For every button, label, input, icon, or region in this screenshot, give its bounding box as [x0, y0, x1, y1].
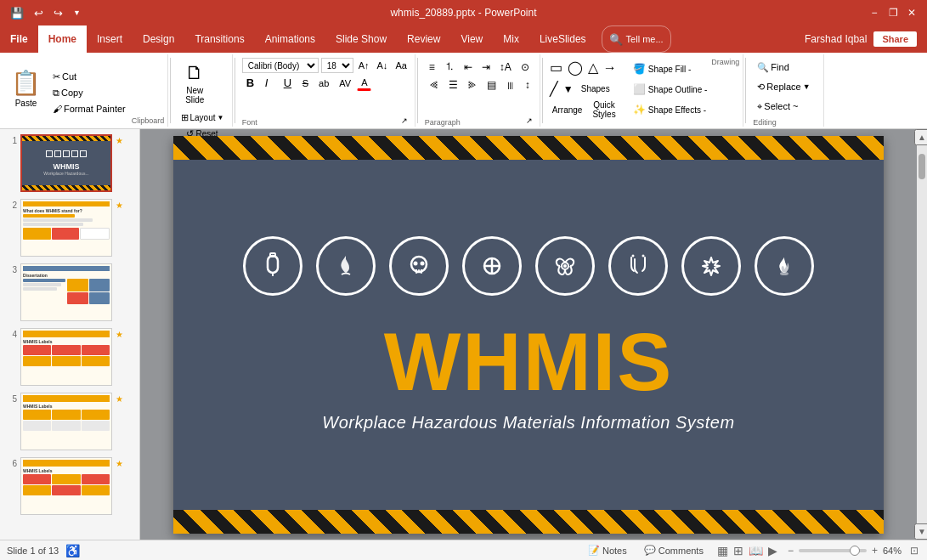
cut-button[interactable]: ✂ Cut: [48, 70, 130, 84]
find-icon: 🔍: [757, 62, 769, 73]
shape-triangle[interactable]: △: [586, 58, 600, 77]
scroll-down-button[interactable]: ▼: [914, 523, 927, 540]
slideshow-view-button[interactable]: ▶: [766, 544, 779, 557]
new-slide-button[interactable]: 🗋 NewSlide: [176, 58, 213, 109]
italic-button[interactable]: I: [261, 75, 278, 91]
hazard-icon-5: [535, 236, 595, 296]
align-right-button[interactable]: ⫸: [463, 77, 482, 93]
slide-thumb-1[interactable]: 1 WHMIS Workplace Hazardous... ★: [3, 133, 136, 194]
layout-button[interactable]: ⊞ Layout ▼: [177, 110, 229, 125]
reading-view-button[interactable]: 📖: [747, 544, 765, 557]
slide-thumb-3[interactable]: 3 Dissertation: [3, 262, 136, 323]
menu-animations[interactable]: Animations: [255, 25, 325, 53]
comments-button[interactable]: 💬 Comments: [639, 545, 709, 556]
menu-home[interactable]: Home: [38, 25, 87, 53]
shape-arrow[interactable]: →: [602, 59, 619, 77]
line-spacing-button[interactable]: ↕: [521, 77, 534, 93]
restore-button[interactable]: ❐: [885, 4, 902, 21]
normal-view-button[interactable]: ▦: [715, 544, 730, 557]
menu-insert[interactable]: Insert: [87, 25, 133, 53]
quick-styles-button[interactable]: QuickStyles: [588, 100, 619, 119]
text-direction-button[interactable]: ↕A: [495, 59, 516, 75]
decrease-font-button[interactable]: A↓: [375, 59, 391, 72]
slide-num-5: 5: [5, 393, 17, 404]
shapes-button[interactable]: Shapes: [577, 80, 614, 99]
shape-oval[interactable]: ◯: [566, 58, 585, 77]
customize-qat-button[interactable]: ▼: [70, 7, 84, 19]
zoom-slider[interactable]: [799, 549, 867, 552]
replace-button[interactable]: ⟲ Replace ▼: [753, 77, 814, 96]
clear-format-button[interactable]: Aa: [393, 59, 409, 72]
slide-sorter-button[interactable]: ⊞: [732, 544, 745, 557]
menu-review[interactable]: Review: [397, 25, 450, 53]
notes-button[interactable]: 📝 Notes: [583, 545, 632, 556]
slide-thumb-6[interactable]: 6 WHMIS Labels ★: [3, 455, 136, 517]
save-button[interactable]: 💾: [7, 5, 27, 21]
zoom-out-button[interactable]: −: [786, 545, 795, 557]
fit-slide-button[interactable]: ⊡: [908, 545, 920, 557]
font-expand-button[interactable]: ↗: [399, 115, 410, 127]
menu-mix[interactable]: Mix: [493, 25, 529, 53]
minimize-button[interactable]: −: [866, 4, 883, 21]
shape-outline-button[interactable]: ⬜ Shape Outline -: [629, 80, 712, 99]
undo-button[interactable]: ↩: [31, 5, 47, 21]
copy-button[interactable]: ⧉ Copy: [48, 86, 130, 100]
zoom-control: − + 64%: [786, 545, 902, 557]
paste-button[interactable]: 📋 Paste: [3, 58, 48, 119]
slide-thumb-2[interactable]: 2 What does WHMIS stand for?: [3, 197, 136, 258]
bold-button[interactable]: B: [242, 75, 259, 91]
arrange-button[interactable]: Arrange: [548, 100, 587, 119]
find-button[interactable]: 🔍 Find: [753, 58, 814, 76]
decrease-indent-button[interactable]: ⇤: [460, 59, 477, 75]
text-shadow-button[interactable]: ab: [314, 76, 333, 90]
zoom-thumb[interactable]: [850, 546, 860, 556]
shape-rect[interactable]: ▭: [548, 58, 564, 77]
paste-label: Paste: [15, 99, 37, 108]
shape-line[interactable]: ╱: [548, 79, 560, 99]
menu-design[interactable]: Design: [133, 25, 184, 53]
align-center-button[interactable]: ☰: [444, 77, 462, 93]
align-left-button[interactable]: ⫷: [425, 77, 444, 93]
columns-button[interactable]: ⫼: [501, 77, 520, 93]
increase-indent-button[interactable]: ⇥: [478, 59, 495, 75]
underline-button[interactable]: U: [280, 75, 297, 91]
slide-num-2: 2: [5, 199, 17, 210]
paragraph-expand-button[interactable]: ↗: [524, 115, 534, 127]
zoom-in-button[interactable]: +: [870, 545, 879, 557]
scroll-thumb[interactable]: [919, 154, 925, 179]
svg-point-4: [414, 262, 418, 266]
user-area: Farshad Iqbal Share: [794, 25, 927, 53]
justify-button[interactable]: ▤: [483, 77, 500, 93]
slide-thumb-5[interactable]: 5 WHMIS Labels ★: [3, 391, 136, 452]
shape-fill-button[interactable]: 🪣 Shape Fill -: [629, 59, 712, 78]
menu-liveslides[interactable]: LiveSlides: [529, 25, 596, 53]
scroll-up-button[interactable]: ▲: [914, 129, 927, 145]
format-painter-button[interactable]: 🖌 Format Painter: [48, 102, 130, 116]
new-slide-icon: 🗋: [185, 62, 204, 84]
font-size-select[interactable]: 18: [321, 58, 353, 73]
char-spacing-button[interactable]: AV: [335, 76, 355, 90]
strikethrough-button[interactable]: S: [298, 76, 313, 90]
tell-me-box[interactable]: 🔍 Tell me...: [602, 25, 671, 53]
menu-transitions[interactable]: Transitions: [184, 25, 254, 53]
slide-preview-2: What does WHMIS stand for?: [20, 199, 112, 257]
menu-view[interactable]: View: [450, 25, 493, 53]
select-button[interactable]: ⌖ Select ~: [753, 97, 814, 116]
close-button[interactable]: ✕: [903, 4, 920, 21]
slide-preview-5: WHMIS Labels: [20, 393, 112, 450]
shape-effects-button[interactable]: ✨ Shape Effects -: [629, 100, 712, 119]
increase-font-button[interactable]: A↑: [356, 59, 372, 72]
font-name-select[interactable]: Calibri (Body): [242, 58, 319, 73]
slide-thumb-4[interactable]: 4 WHMIS Labels ★: [3, 326, 136, 387]
numbering-button[interactable]: ⒈: [440, 58, 459, 76]
slide-content: WHMIS Workplace Hazardous Materials Info…: [173, 160, 884, 510]
menu-slideshow[interactable]: Slide Show: [325, 25, 397, 53]
redo-button[interactable]: ↪: [50, 5, 66, 21]
convert-smartart-button[interactable]: ⊙: [517, 59, 534, 75]
shape-more[interactable]: ▼: [562, 82, 575, 97]
bullets-button[interactable]: ≡: [425, 59, 439, 75]
status-bar: Slide 1 of 13 ♿ 📝 Notes 💬 Comments ▦ ⊞ 📖…: [0, 540, 927, 560]
font-color-button[interactable]: A: [357, 76, 371, 91]
menu-file[interactable]: File: [0, 25, 38, 53]
share-button[interactable]: Share: [873, 31, 917, 47]
